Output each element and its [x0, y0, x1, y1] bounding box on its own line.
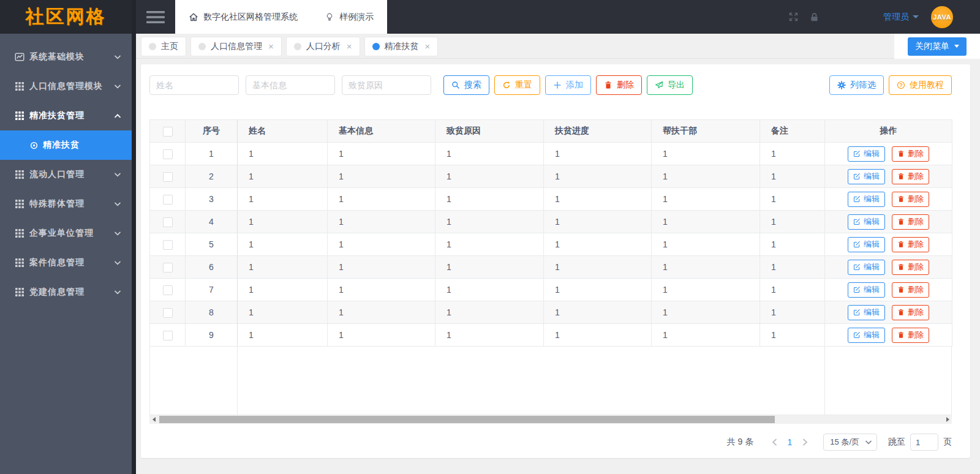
add-button[interactable]: 添加	[545, 75, 591, 95]
row-edit-label: 编辑	[864, 148, 880, 159]
row-delete-button[interactable]: 删除	[892, 260, 929, 275]
page-size-value: 15 条/页	[830, 437, 859, 448]
fixed-left-divider	[237, 347, 238, 415]
row-edit-button[interactable]: 编辑	[848, 260, 885, 275]
export-label: 导出	[668, 80, 685, 91]
page-number-current[interactable]: 1	[782, 437, 797, 447]
row-delete-button[interactable]: 删除	[892, 328, 929, 343]
row-edit-button[interactable]: 编辑	[848, 214, 885, 230]
chevron-down-icon	[115, 55, 121, 59]
reset-button[interactable]: 重置	[494, 75, 540, 95]
tab-label: 人口分析	[306, 41, 341, 52]
sidebar-item-label: 流动人口管理	[29, 169, 115, 180]
chart-icon	[15, 52, 24, 62]
grid-icon	[15, 199, 24, 209]
tab-home[interactable]: 主页	[141, 37, 186, 56]
select-all-checkbox[interactable]	[163, 127, 173, 137]
export-button[interactable]: 导出	[647, 75, 693, 95]
row-delete-button[interactable]: 删除	[892, 192, 929, 207]
tab-close-icon[interactable]: ×	[347, 42, 352, 51]
delete-button[interactable]: 删除	[596, 75, 642, 95]
row-delete-button[interactable]: 删除	[892, 169, 929, 184]
top-menu-item-demo[interactable]: 样例演示	[311, 0, 387, 34]
top-menu-item-system[interactable]: 数字化社区网格管理系统	[175, 0, 311, 34]
row-checkbox[interactable]	[163, 149, 173, 159]
row-checkbox[interactable]	[163, 217, 173, 227]
column-header-index: 序号	[186, 120, 238, 143]
sidebar-item-label: 人口信息管理模块	[29, 81, 115, 92]
cell-actions: 编辑 删除	[825, 301, 952, 324]
sidebar-item-case-info[interactable]: 案件信息管理	[0, 248, 132, 277]
sidebar-subitem-poverty[interactable]: 精准扶贫	[0, 130, 132, 160]
row-checkbox[interactable]	[163, 308, 173, 318]
sidebar-item-party-building[interactable]: 党建信息管理	[0, 277, 132, 307]
search-icon	[451, 81, 460, 89]
row-checkbox[interactable]	[163, 240, 173, 250]
scrollbar-thumb[interactable]	[159, 416, 775, 423]
tab-close-icon[interactable]: ×	[268, 42, 274, 51]
row-delete-button[interactable]: 删除	[892, 146, 929, 162]
row-edit-label: 编辑	[864, 239, 880, 250]
top-menu-label: 样例演示	[339, 12, 374, 23]
lock-screen-button[interactable]	[804, 0, 824, 34]
row-checkbox[interactable]	[163, 263, 173, 273]
chevron-left-icon	[772, 438, 777, 446]
sidebar-item-poverty-management[interactable]: 精准扶贫管理	[0, 101, 132, 130]
poverty-cause-filter-input[interactable]	[342, 75, 431, 95]
jump-page-input[interactable]	[910, 434, 938, 451]
sidebar-item-system-base[interactable]: 系统基础模块	[0, 42, 132, 72]
cell-progress: 1	[544, 211, 652, 233]
row-select-cell	[150, 324, 186, 347]
row-checkbox[interactable]	[163, 331, 173, 340]
pagination-total: 共 9 条	[727, 437, 754, 448]
row-edit-button[interactable]: 编辑	[848, 328, 885, 343]
collapse-menu-button[interactable]	[136, 0, 175, 34]
prev-page-button[interactable]	[767, 435, 782, 450]
row-checkbox[interactable]	[163, 285, 173, 295]
column-header-actions: 操作	[825, 120, 952, 143]
next-page-button[interactable]	[797, 435, 812, 450]
row-edit-label: 编辑	[864, 261, 880, 273]
scrollbar-track[interactable]	[158, 415, 943, 424]
row-delete-button[interactable]: 删除	[892, 305, 929, 320]
row-edit-button[interactable]: 编辑	[848, 282, 885, 298]
scroll-right-button[interactable]	[943, 415, 952, 424]
row-delete-button[interactable]: 删除	[892, 282, 929, 298]
sidebar-item-label: 企事业单位管理	[29, 228, 115, 239]
row-edit-button[interactable]: 编辑	[848, 192, 885, 207]
name-filter-input[interactable]	[149, 75, 239, 95]
close-menu-button[interactable]: 关闭菜单	[908, 37, 967, 56]
sidebar-item-special-groups[interactable]: 特殊群体管理	[0, 189, 132, 219]
column-filter-button[interactable]: 列筛选	[829, 75, 884, 95]
tab-poverty-active[interactable]: 精准扶贫 ×	[364, 37, 439, 56]
avatar[interactable]: JAVA	[931, 6, 953, 28]
cell-name: 1	[238, 301, 328, 324]
row-edit-button[interactable]: 编辑	[848, 146, 885, 162]
top-menu: 数字化社区网格管理系统 样例演示	[175, 0, 387, 34]
tab-population-analysis[interactable]: 人口分析 ×	[286, 37, 360, 56]
scroll-left-button[interactable]	[149, 415, 158, 424]
sidebar-item-population-module[interactable]: 人口信息管理模块	[0, 72, 132, 101]
tab-close-icon[interactable]: ×	[425, 42, 431, 51]
row-delete-button[interactable]: 删除	[892, 214, 929, 230]
edit-icon	[853, 150, 861, 157]
row-select-cell	[150, 188, 186, 211]
fullscreen-button[interactable]	[783, 0, 804, 34]
sidebar-item-enterprise-units[interactable]: 企事业单位管理	[0, 219, 132, 248]
basic-info-filter-input[interactable]	[246, 75, 335, 95]
row-edit-button[interactable]: 编辑	[848, 305, 885, 320]
page-size-select[interactable]: 15 条/页	[823, 434, 877, 451]
search-button[interactable]: 搜索	[443, 75, 489, 95]
tutorial-button[interactable]: 使用教程	[889, 75, 952, 95]
user-dropdown[interactable]: 管理员	[883, 0, 919, 34]
cell-cadre: 1	[652, 233, 760, 256]
row-checkbox[interactable]	[163, 195, 173, 205]
row-edit-button[interactable]: 编辑	[848, 169, 885, 184]
chevron-down-icon	[115, 173, 121, 177]
trash-icon	[897, 331, 905, 339]
tab-population-info[interactable]: 人口信息管理 ×	[190, 37, 282, 56]
row-edit-button[interactable]: 编辑	[848, 237, 885, 252]
row-delete-button[interactable]: 删除	[892, 237, 929, 252]
row-checkbox[interactable]	[163, 172, 173, 182]
sidebar-item-floating-population[interactable]: 流动人口管理	[0, 160, 132, 189]
